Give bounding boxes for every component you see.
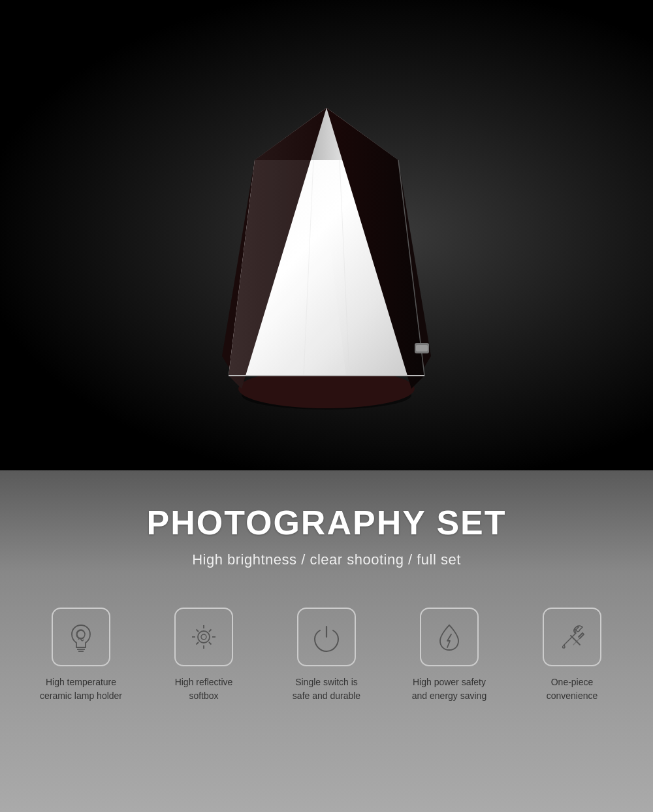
feature-high-reflective: High reflective softbox: [149, 608, 259, 703]
feature-icon-box-wrench: [543, 608, 601, 666]
feature-label-one-piece: One-piece convenience: [547, 675, 598, 703]
feature-single-switch: Single switch is safe and durable: [272, 608, 381, 703]
svg-line-24: [197, 630, 199, 632]
svg-line-26: [209, 630, 212, 632]
feature-label-switch: Single switch is safe and durable: [293, 675, 360, 703]
bulb-icon: [64, 620, 98, 654]
feature-icon-box-bulb: [52, 608, 110, 666]
info-section: PHOTOGRAPHY SET High brightness / clear …: [0, 470, 653, 812]
wrench-icon: [555, 620, 589, 654]
feature-icon-box-power: [297, 608, 356, 666]
feature-high-temp: High temperature ceramic lamp holder: [26, 608, 136, 703]
page-wrapper: PHOTOGRAPHY SET High brightness / clear …: [0, 0, 653, 812]
feature-icon-box-reflective: [174, 608, 233, 666]
product-subtitle: High brightness / clear shooting / full …: [192, 551, 461, 568]
svg-point-28: [201, 634, 206, 640]
svg-rect-12: [416, 345, 428, 351]
reflective-icon: [187, 620, 221, 654]
svg-line-25: [209, 642, 212, 645]
hero-section: [0, 0, 653, 470]
svg-line-27: [197, 642, 199, 645]
feature-one-piece: One-piece convenience: [517, 608, 627, 703]
flame-bolt-icon: [432, 620, 466, 654]
product-title: PHOTOGRAPHY SET: [146, 503, 506, 542]
feature-label-high-temp: High temperature ceramic lamp holder: [40, 675, 122, 703]
feature-high-power: High power safety and energy saving: [394, 608, 504, 703]
softbox-image: [189, 75, 464, 415]
feature-label-power: High power safety and energy saving: [412, 675, 486, 703]
features-row: High temperature ceramic lamp holder: [26, 608, 627, 703]
power-icon: [310, 620, 343, 654]
feature-label-reflective: High reflective softbox: [175, 675, 233, 703]
svg-point-19: [198, 631, 210, 643]
feature-icon-box-flame: [420, 608, 479, 666]
